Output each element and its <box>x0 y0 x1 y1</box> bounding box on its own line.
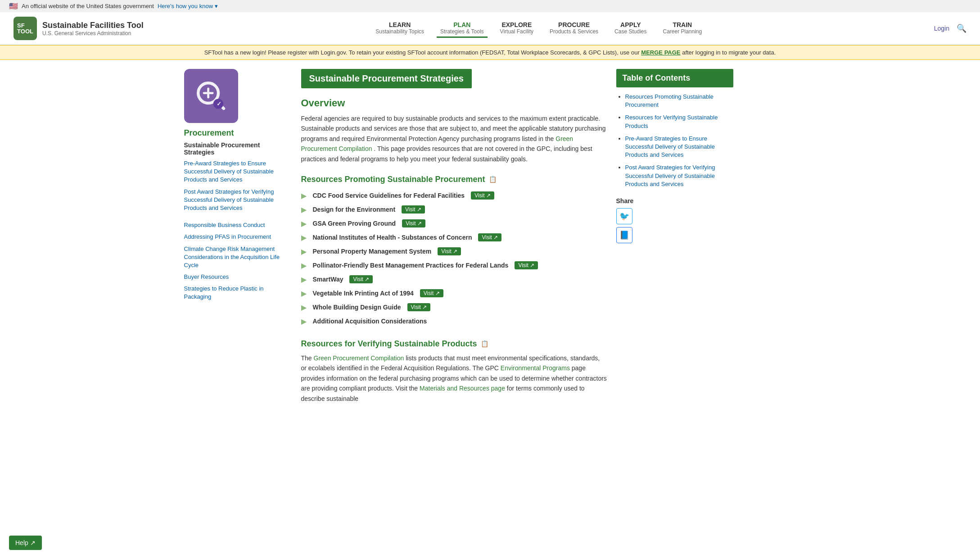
resource-arrow: ▶ <box>301 275 308 284</box>
list-item: ▶ GSA Green Proving Ground Visit ↗ <box>301 217 607 231</box>
section2-heading: Resources for Verifying Sustainable Prod… <box>301 339 607 349</box>
section2-env-link[interactable]: Environmental Programs <box>501 364 570 372</box>
resource-arrow: ▶ <box>301 289 308 298</box>
resource-name: Design for the Environment <box>313 206 396 213</box>
facebook-share-button[interactable]: 📘 <box>616 227 632 243</box>
resource-arrow: ▶ <box>301 261 308 270</box>
section1-heading: Resources Promoting Sustainable Procurem… <box>301 175 607 184</box>
list-item: ▶ Personal Property Management System Vi… <box>301 245 607 259</box>
site-logo[interactable]: SFTOOL Sustainable Facilities Tool U.S. … <box>14 17 144 40</box>
list-item: ▶ SmartWay Visit ↗ <box>301 273 607 286</box>
list-item: ▶ Vegetable Ink Printing Act of 1994 Vis… <box>301 286 607 300</box>
gov-banner: 🇺🇸 An official website of the United Sta… <box>0 0 980 12</box>
toc-link[interactable]: Resources for Verifying Sustainable Prod… <box>625 114 718 129</box>
resource-name: National Institutes of Health - Substanc… <box>313 234 472 241</box>
resource-arrow: ▶ <box>301 303 308 312</box>
merge-page-link[interactable]: MERGE PAGE <box>641 49 680 56</box>
toc-item: Resources Promoting Sustainable Procurem… <box>625 93 733 109</box>
resource-arrow: ▶ <box>301 219 308 228</box>
list-item: ▶ Design for the Environment Visit ↗ <box>301 203 607 217</box>
resource-name: SmartWay <box>313 276 343 283</box>
twitter-share-button[interactable]: 🐦 <box>616 208 632 224</box>
resource-name: CDC Food Service Guidelines for Federal … <box>313 192 465 199</box>
section1-clipboard-icon: 📋 <box>489 176 497 183</box>
resource-arrow: ▶ <box>301 233 308 242</box>
resource-list-1: ▶ CDC Food Service Guidelines for Federa… <box>301 189 607 328</box>
sidebar-icon: ✓ <box>184 69 238 123</box>
agency-name: U.S. General Services Administration <box>42 30 144 36</box>
visit-button[interactable]: Visit ↗ <box>471 191 494 200</box>
resource-name: GSA Green Proving Ground <box>313 220 396 227</box>
sidebar-link-pfas[interactable]: Addressing PFAS in Procurement <box>184 233 292 241</box>
share-label: Share <box>616 197 733 205</box>
overview-text: Federal agencies are required to buy sus… <box>301 114 607 164</box>
alert-banner: SFTool has a new login! Please register … <box>0 45 980 60</box>
main-content: Sustainable Procurement Strategies Overv… <box>301 69 607 411</box>
site-name: Sustainable Facilities Tool <box>42 21 144 30</box>
search-icon[interactable]: 🔍 <box>957 23 966 33</box>
resource-arrow: ▶ <box>301 247 308 256</box>
page-title: Sustainable Procurement Strategies <box>301 69 472 88</box>
visit-button[interactable]: Visit ↗ <box>438 247 461 255</box>
nav-item-plan[interactable]: PLANStrategies & Tools <box>437 19 488 38</box>
visit-button[interactable]: Visit ↗ <box>515 261 538 269</box>
sidebar-link-responsible[interactable]: Responsible Business Conduct <box>184 221 292 229</box>
resource-name: Pollinator-Friendly Best Management Prac… <box>313 262 509 269</box>
sidebar: ✓ Procurement Sustainable Procurement St… <box>184 69 292 411</box>
login-link[interactable]: Login <box>934 25 949 32</box>
toc-link[interactable]: Pre-Award Strategies to Ensure Successfu… <box>625 135 715 158</box>
section2-text: The Green Procurement Compilation lists … <box>301 353 607 404</box>
sidebar-group-title: Sustainable Procurement Strategies <box>184 141 292 156</box>
visit-button[interactable]: Visit ↗ <box>402 219 425 227</box>
logo-icon: SFTOOL <box>14 17 37 40</box>
list-item: ▶ Whole Building Design Guide Visit ↗ <box>301 300 607 314</box>
nav-item-learn[interactable]: LEARNSustainability Topics <box>372 19 428 38</box>
resource-arrow: ▶ <box>301 317 308 326</box>
nav-item-apply[interactable]: APPLYCase Studies <box>611 19 650 38</box>
toc-panel: Table of Contents Resources Promoting Su… <box>616 69 733 411</box>
visit-button[interactable]: Visit ↗ <box>402 205 425 214</box>
sidebar-link-postaward[interactable]: Post Award Strategies for Verifying Succ… <box>184 188 292 213</box>
nav-item-explore[interactable]: EXPLOREVirtual Facility <box>497 19 537 38</box>
list-item: ▶ National Institutes of Health - Substa… <box>301 231 607 245</box>
resource-name: Personal Property Management System <box>313 248 432 255</box>
toc-item: Post Award Strategies for Verifying Succ… <box>625 164 733 188</box>
header-right: Login 🔍 <box>934 23 966 33</box>
main-nav: LEARNSustainability TopicsPLANStrategies… <box>157 19 921 38</box>
us-flag: 🇺🇸 <box>9 2 18 10</box>
procurement-icon: ✓ <box>193 78 229 114</box>
toc-link[interactable]: Post Award Strategies for Verifying Succ… <box>625 164 715 187</box>
gov-text: An official website of the United States… <box>22 3 154 9</box>
toc-item: Pre-Award Strategies to Ensure Successfu… <box>625 135 733 159</box>
visit-button[interactable]: Visit ↗ <box>407 303 431 311</box>
list-item: ▶ Additional Acquisition Considerations <box>301 314 607 328</box>
resource-name: Whole Building Design Guide <box>313 304 401 311</box>
sidebar-link-climate[interactable]: Climate Change Risk Management Considera… <box>184 245 292 270</box>
how-link[interactable]: Here's how you know ▾ <box>158 3 218 9</box>
nav-item-train[interactable]: TRAINCareer Planning <box>659 19 705 38</box>
toc-list: Resources Promoting Sustainable Procurem… <box>616 93 733 188</box>
resource-name: Additional Acquisition Considerations <box>313 318 427 325</box>
list-item: ▶ Pollinator-Friendly Best Management Pr… <box>301 259 607 273</box>
sidebar-section-title: Procurement <box>184 128 292 138</box>
sidebar-link-plastic[interactable]: Strategies to Reduce Plastic in Packagin… <box>184 285 292 301</box>
nav-item-procure[interactable]: PROCUREProducts & Services <box>546 19 602 38</box>
visit-button[interactable]: Visit ↗ <box>349 275 373 283</box>
visit-button[interactable]: Visit ↗ <box>420 289 443 297</box>
share-area: Share 🐦 📘 <box>616 197 733 243</box>
toc-title: Table of Contents <box>616 69 733 87</box>
resource-name: Vegetable Ink Printing Act of 1994 <box>313 290 414 297</box>
toc-item: Resources for Verifying Sustainable Prod… <box>625 114 733 130</box>
section2-gpc-link[interactable]: Green Procurement Compilation <box>314 354 404 362</box>
svg-text:✓: ✓ <box>217 100 221 107</box>
sidebar-link-buyer[interactable]: Buyer Resources <box>184 273 292 281</box>
resource-arrow: ▶ <box>301 205 308 214</box>
visit-button[interactable]: Visit ↗ <box>478 233 501 241</box>
toc-link[interactable]: Resources Promoting Sustainable Procurem… <box>625 93 714 108</box>
section2-clipboard-icon: 📋 <box>481 340 488 347</box>
section2-mat-link[interactable]: Materials and Resources page <box>420 385 505 392</box>
list-item: ▶ CDC Food Service Guidelines for Federa… <box>301 189 607 203</box>
overview-heading: Overview <box>301 97 607 109</box>
resource-arrow: ▶ <box>301 191 308 200</box>
sidebar-link-preaward[interactable]: Pre-Award Strategies to Ensure Successfu… <box>184 159 292 184</box>
